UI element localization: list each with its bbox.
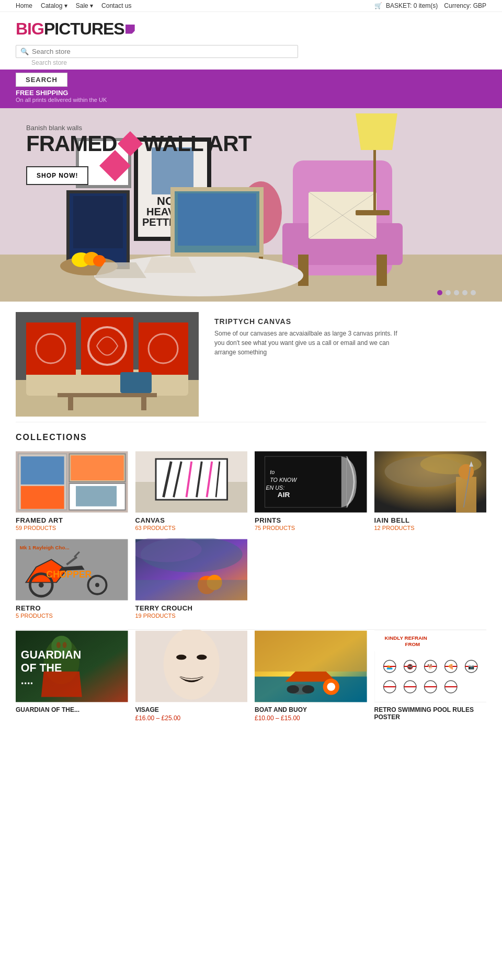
top-right: 🛒 BASKET: 0 item(s) Currency: GBP	[374, 2, 486, 9]
product-boat[interactable]: BOAT AND BUOY £10.00 – £15.00	[255, 630, 367, 722]
collection-count-canvas: 63 PRODUCTS	[135, 525, 248, 531]
product-thumb-boat	[255, 630, 367, 703]
svg-point-112	[302, 685, 314, 694]
svg-text:🏊: 🏊	[386, 663, 393, 670]
svg-point-103	[176, 655, 187, 660]
collection-count-terry: 19 PRODUCTS	[135, 613, 248, 619]
svg-text:KINDLY REFRAIN: KINDLY REFRAIN	[384, 635, 427, 641]
logo-area: BIGPICTURES	[0, 12, 502, 43]
collection-thumb-terry	[135, 538, 248, 601]
svg-rect-49	[21, 486, 64, 509]
hero-dot-2[interactable]	[446, 290, 451, 295]
svg-text:🍕: 🍕	[448, 663, 454, 670]
hero-title-wall-art: WALL ART	[143, 132, 252, 156]
search-input[interactable]	[32, 48, 293, 55]
logo-icon	[126, 25, 135, 34]
hero-dot-3[interactable]	[454, 290, 459, 295]
collection-thumb-prints: to TO KNOW EN US: AIR	[255, 451, 367, 513]
collection-item-framed-art[interactable]: FRAMED ART 59 PRODUCTS	[16, 451, 128, 531]
svg-text:....: ....	[21, 674, 33, 687]
svg-point-104	[197, 655, 207, 660]
triptych-description: Some of our canvases are acvaiailbale as…	[214, 329, 397, 357]
triptych-info: TRIPTYCH CANVAS Some of our canvases are…	[214, 312, 397, 357]
basket-count: 0 item(s)	[414, 2, 438, 9]
nav-catalog[interactable]: Catalog	[41, 2, 67, 9]
bottom-products: GUARDIAN OF THE .... GUARDIAN OF THE...	[0, 630, 502, 737]
triptych-title: TRIPTYCH CANVAS	[214, 317, 397, 326]
product-label-boat: BOAT AND BUOY	[255, 706, 367, 713]
nav-contact[interactable]: Contact us	[101, 2, 131, 9]
svg-rect-36	[26, 322, 76, 375]
collection-item-canvas[interactable]: CANVAS 63 PRODUCTS	[135, 451, 248, 531]
basket-area[interactable]: 🛒 BASKET: 0 item(s)	[374, 2, 438, 9]
search-box[interactable]: 🔍	[16, 45, 298, 58]
logo-pictures: PICTURES	[44, 19, 124, 39]
site-logo[interactable]: BIGPICTURES	[16, 19, 135, 39]
hero-shop-now-button[interactable]: SHOP NOW!	[26, 166, 88, 185]
svg-rect-12	[356, 210, 390, 215]
collection-count-iain: 12 PRODUCTS	[374, 525, 487, 531]
nav-home[interactable]: Home	[16, 2, 32, 9]
product-visage[interactable]: VISAGE £16.00 – £25.00	[135, 630, 248, 722]
basket-label: BASKET:	[386, 2, 412, 9]
svg-text:📷: 📷	[468, 663, 475, 670]
hero-dot-4[interactable]	[462, 290, 467, 295]
svg-rect-43	[68, 397, 73, 410]
svg-text:AIR: AIR	[278, 491, 290, 499]
currency-area: Currency: GBP	[444, 2, 486, 9]
svg-point-109	[327, 683, 335, 691]
collection-thumb-framed	[16, 451, 128, 513]
collection-item-iain-bell[interactable]: IAIN BELL 12 PRODUCTS	[374, 451, 487, 531]
svg-rect-24	[178, 193, 256, 246]
hero-dot-5[interactable]	[471, 290, 476, 295]
top-bar: Home Catalog Sale Contact us 🛒 BASKET: 0…	[0, 0, 502, 12]
collection-count-prints: 75 PRODUCTS	[255, 525, 367, 531]
nav-sale[interactable]: Sale	[76, 2, 93, 9]
collections-grid-row2: Mk 1 Rayleigh Cho... CHOPPER	[16, 538, 486, 619]
collections-grid-row1: FRAMED ART 59 PRODUCTS	[16, 451, 486, 531]
svg-rect-106	[255, 631, 367, 672]
hero-banner: NO HEAVY PETTING Banish blank walls FRAM…	[0, 108, 502, 302]
triptych-section: TRIPTYCH CANVAS Some of our canvases are…	[0, 302, 502, 422]
svg-rect-45	[120, 372, 152, 393]
svg-text:FROM: FROM	[405, 641, 420, 647]
product-label-guardian: GUARDIAN OF THE...	[16, 706, 128, 713]
collection-thumb-retro: Mk 1 Rayleigh Cho... CHOPPER	[16, 538, 128, 601]
product-pool-rules[interactable]: KINDLY REFRAIN FROM	[374, 630, 487, 722]
hero-banish-text: Banish blank walls	[26, 124, 251, 132]
collection-label-canvas: CANVAS	[135, 516, 248, 524]
svg-rect-6	[376, 255, 387, 286]
product-thumb-visage	[135, 630, 248, 703]
svg-text:Mk 1 Rayleigh Cho...: Mk 1 Rayleigh Cho...	[20, 545, 70, 550]
svg-point-102	[163, 630, 219, 699]
product-guardian[interactable]: GUARDIAN OF THE .... GUARDIAN OF THE...	[16, 630, 128, 722]
hero-text-area: Banish blank walls FRAMED WALL ART SHOP …	[26, 124, 251, 185]
svg-rect-44	[141, 397, 146, 410]
svg-rect-51	[71, 455, 123, 480]
hero-title: FRAMED WALL ART	[26, 132, 251, 156]
svg-rect-40	[139, 322, 188, 375]
collection-empty-2	[374, 538, 487, 619]
product-thumb-guardian: GUARDIAN OF THE ....	[16, 630, 128, 703]
collection-item-terry-crouch[interactable]: TERRY CROUCH 19 PRODUCTS	[135, 538, 248, 619]
collection-item-retro[interactable]: Mk 1 Rayleigh Cho... CHOPPER	[16, 538, 128, 619]
top-nav: Home Catalog Sale Contact us	[16, 2, 131, 9]
svg-marker-10	[356, 113, 397, 150]
hero-dot-1[interactable]	[437, 290, 442, 295]
product-price-visage: £16.00 – £25.00	[135, 714, 248, 722]
svg-text:GUARDIAN: GUARDIAN	[21, 649, 82, 661]
collection-item-prints[interactable]: to TO KNOW EN US: AIR PRINTS 75 PRODUCTS	[255, 451, 367, 531]
currency-value[interactable]: GBP	[473, 2, 486, 9]
triptych-image[interactable]	[16, 312, 199, 417]
collection-empty-1	[255, 538, 367, 619]
basket-icon: 🛒	[374, 2, 382, 9]
svg-marker-32	[144, 257, 196, 273]
promo-title: FREE SHIPPING	[16, 89, 486, 97]
svg-point-82	[95, 583, 99, 587]
search-button[interactable]: SEARCH	[16, 73, 67, 87]
svg-rect-91	[135, 580, 248, 601]
product-label-visage: VISAGE	[135, 706, 248, 713]
search-area: 🔍 Search store	[0, 43, 502, 70]
collection-count-framed: 59 PRODUCTS	[16, 525, 128, 531]
hero-diamond	[118, 131, 143, 156]
